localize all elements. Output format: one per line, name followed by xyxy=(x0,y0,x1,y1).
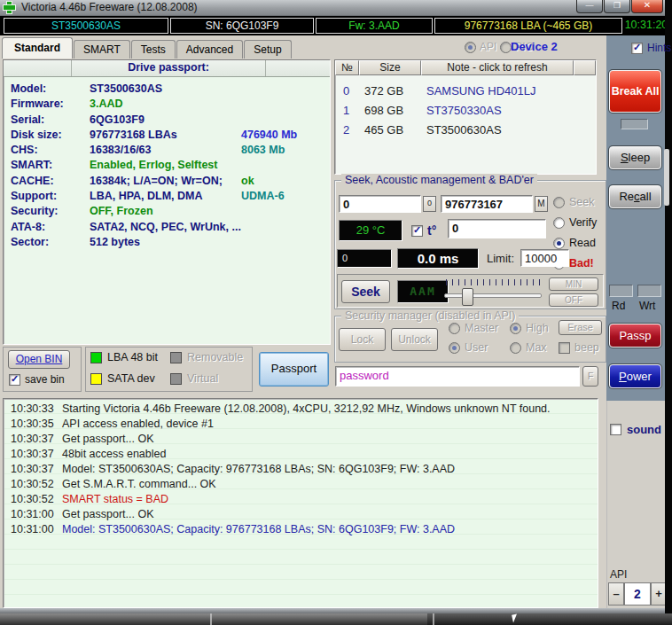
high-radio[interactable] xyxy=(510,323,521,334)
legend-virtual: Virtual xyxy=(170,372,218,385)
break-all-button[interactable]: Break All xyxy=(609,70,661,113)
security-master[interactable]: Master xyxy=(449,322,498,334)
temperature-option[interactable]: t° xyxy=(411,223,436,238)
max-radio[interactable] xyxy=(510,342,521,354)
save-bin-option[interactable]: save bin xyxy=(9,373,65,386)
mode-verify[interactable]: Verify xyxy=(553,216,597,229)
drive-row-1[interactable]: 1 698 GB ST3750330AS xyxy=(335,99,596,119)
background-strip xyxy=(665,0,672,625)
passport-row: SMART: Enabled, Errlog, Selftest xyxy=(4,159,330,174)
tab-setup[interactable]: Setup xyxy=(244,40,291,59)
mode-seek[interactable]: Seek xyxy=(553,196,595,208)
start-lba-input[interactable]: 0 xyxy=(339,195,421,213)
taskbar-divider xyxy=(433,613,434,625)
passport-row: Disk size: 976773168 LBAs 476940 Mb xyxy=(4,129,330,144)
unlock-button[interactable]: Unlock xyxy=(391,328,438,351)
limit-input[interactable]: 10000 xyxy=(520,249,569,267)
temperature-checkbox[interactable] xyxy=(411,225,423,237)
recall-button[interactable]: Recall xyxy=(609,185,661,208)
taskbar[interactable] xyxy=(0,613,672,625)
aam-slider-thumb[interactable] xyxy=(462,288,473,306)
drive-passport-title: Drive passport: xyxy=(72,60,266,76)
hints-checkbox[interactable] xyxy=(631,43,643,54)
lock-button[interactable]: Lock xyxy=(339,328,386,351)
log-entry: 10:30:33 Starting Victoria 4.46b Freewar… xyxy=(4,402,598,418)
tab-standard[interactable]: Standard xyxy=(2,37,73,59)
app-window: Victoria 4.46b Freeware (12.08.2008) — ❐… xyxy=(0,0,665,613)
col-num[interactable]: № xyxy=(335,60,359,75)
drive-row-0[interactable]: 0 372 GB SAMSUNG HD401LJ xyxy=(335,80,596,99)
security-high[interactable]: High xyxy=(510,322,549,334)
mode-read-radio[interactable] xyxy=(553,238,565,249)
save-bin-checkbox[interactable] xyxy=(9,374,20,386)
drive-list-header: № Size Note - click to refresh xyxy=(335,60,596,75)
tab-smart[interactable]: SMART xyxy=(74,40,130,59)
security-max[interactable]: Max xyxy=(510,341,547,354)
log-entry: 10:30:52 SMART status = BAD xyxy=(4,493,598,508)
current-lba-input[interactable]: 0 xyxy=(448,219,546,238)
passport-row: Model: ST3500630AS xyxy=(4,82,330,98)
password-input[interactable]: password xyxy=(335,366,580,387)
log-entry: 10:30:37 48bit access enabled xyxy=(4,448,598,463)
access-time-display: 0.0 ms xyxy=(397,248,479,269)
start-lba-zero-button[interactable]: 0 xyxy=(423,196,436,212)
aam-slider[interactable] xyxy=(444,293,542,298)
open-bin-button[interactable]: Open BIN xyxy=(8,350,70,369)
mode-read[interactable]: Read xyxy=(553,237,596,249)
end-lba-input[interactable]: 976773167 xyxy=(441,195,533,213)
passport-row: Support: LBA, HPA, DLM, DMA UDMA-6 xyxy=(4,190,330,205)
lba48-swatch-icon xyxy=(90,352,102,363)
seek-panel-title: Seek, Acoustic management & BAD'er xyxy=(341,174,537,186)
passport-row: Security: OFF, Frozen xyxy=(4,205,330,220)
read-led-label: Rd xyxy=(612,300,625,312)
log-entry: 10:30:35 API access enabled, device #1 xyxy=(4,418,598,433)
close-button[interactable]: ✕ xyxy=(631,0,663,13)
api-number-minus-button[interactable]: – xyxy=(608,582,624,605)
beep-option[interactable]: beep xyxy=(559,341,599,354)
hints-option[interactable]: Hints xyxy=(631,42,671,54)
sound-option[interactable]: sound xyxy=(610,423,661,436)
beep-checkbox[interactable] xyxy=(559,342,570,354)
title-bar[interactable]: Victoria 4.46b Freeware (12.08.2008) — ❐… xyxy=(0,0,665,16)
col-size[interactable]: Size xyxy=(359,60,421,75)
sleep-button[interactable]: Sleep xyxy=(609,146,661,169)
save-bin-label: save bin xyxy=(25,373,65,386)
seek-button[interactable]: Seek xyxy=(341,280,390,303)
api-radio-label: API xyxy=(480,41,496,53)
passp-button[interactable]: Passp xyxy=(609,324,661,348)
log-panel[interactable]: 10:30:33 Starting Victoria 4.46b Freewar… xyxy=(3,398,598,608)
sound-label: sound xyxy=(627,423,661,436)
col-note[interactable]: Note - click to refresh xyxy=(421,60,574,75)
erase-button[interactable]: Erase xyxy=(559,320,602,335)
drive-passport-panel: Drive passport: Model: ST3500630AS Firmw… xyxy=(3,59,331,345)
password-f-button[interactable]: F xyxy=(582,366,598,387)
mode-verify-radio[interactable] xyxy=(553,217,565,229)
aam-min-button[interactable]: MIN xyxy=(549,277,598,291)
drive-row-2[interactable]: 2 465 GB ST3500630AS xyxy=(335,119,596,138)
tab-advanced[interactable]: Advanced xyxy=(176,40,243,59)
maximize-button[interactable]: ❐ xyxy=(604,0,630,13)
aam-display: AAM xyxy=(397,280,449,303)
mode-seek-radio[interactable] xyxy=(553,197,565,208)
legend-removable: Removable xyxy=(170,351,243,363)
master-radio[interactable] xyxy=(449,323,460,334)
tab-tests[interactable]: Tests xyxy=(131,40,176,59)
write-led xyxy=(637,285,661,297)
security-panel-title: Security manager (disabled in API) xyxy=(341,309,519,322)
power-button[interactable]: Power xyxy=(609,364,661,388)
sound-checkbox[interactable] xyxy=(610,424,621,435)
user-radio[interactable] xyxy=(449,342,460,354)
passport-button[interactable]: Passport xyxy=(259,352,329,387)
passport-row: Sector: 512 bytes xyxy=(4,236,330,251)
end-lba-max-button[interactable]: M xyxy=(535,196,548,212)
passport-row: CHS: 16383/16/63 8063 Mb xyxy=(4,144,330,159)
minimize-button[interactable]: — xyxy=(576,0,603,13)
passport-row: Firmware: 3.AAD xyxy=(4,98,330,113)
aam-off-button[interactable]: OFF xyxy=(549,293,598,307)
security-user[interactable]: User xyxy=(449,341,488,354)
background-window-edge xyxy=(664,149,669,206)
passport-row: CACHE: 16384k; L/A=ON; Wr=ON; ok xyxy=(4,175,330,190)
api-radio[interactable] xyxy=(465,42,476,53)
virtual-swatch-icon xyxy=(170,373,182,385)
window-title: Victoria 4.46b Freeware (12.08.2008) xyxy=(21,1,198,13)
